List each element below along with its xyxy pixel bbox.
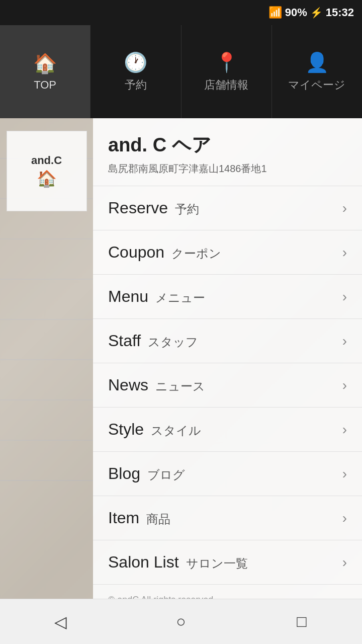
menu-ja-salon-list: サロン一覧 <box>186 555 248 572</box>
menu-ja-coupon: クーポン <box>171 246 221 262</box>
chevron-reserve: › <box>342 200 347 216</box>
menu-en-item: Item <box>108 509 139 527</box>
menu-item-style[interactable]: Style スタイル › <box>93 408 362 452</box>
main-content: and.C 🏠 and. C ヘア 島尻郡南風原町字津嘉山1486番地1 Res… <box>0 118 362 599</box>
menu-en-staff: Staff <box>108 332 141 350</box>
nav-label-top: TOP <box>34 78 56 92</box>
nav-item-top[interactable]: 🏠 TOP <box>0 25 90 118</box>
menu-en-coupon: Coupon <box>108 243 164 262</box>
status-bar: 📶 90% ⚡ 15:32 <box>0 0 362 25</box>
clock-icon: 🕐 <box>124 51 147 73</box>
location-icon: 📍 <box>215 51 238 73</box>
chevron-item: › <box>342 510 347 526</box>
menu-en-news: News <box>108 376 148 394</box>
menu-ja-style: スタイル <box>151 423 201 439</box>
status-icons: 📶 90% ⚡ 15:32 <box>268 6 354 19</box>
salon-logo-text: and.C 🏠 <box>31 154 62 188</box>
menu-en-style: Style <box>108 420 144 439</box>
nav-label-store: 店舗情報 <box>204 77 248 93</box>
menu-en-reserve: Reserve <box>108 199 168 217</box>
chevron-salon-list: › <box>342 554 347 571</box>
top-navigation: 🏠 TOP 🕐 予約 📍 店舗情報 👤 マイページ <box>0 25 362 118</box>
menu-ja-reserve: 予約 <box>175 201 199 217</box>
nav-item-mypage[interactable]: 👤 マイページ <box>272 25 362 118</box>
salon-name: and. C ヘア <box>108 132 347 158</box>
salon-header: and. C ヘア 島尻郡南風原町字津嘉山1486番地1 <box>93 118 362 186</box>
time-display: 15:32 <box>326 6 354 19</box>
recent-icon: □ <box>297 612 306 631</box>
chevron-staff: › <box>342 333 347 349</box>
menu-item-blog[interactable]: Blog ブログ › <box>93 452 362 496</box>
nav-label-mypage: マイページ <box>288 77 345 93</box>
menu-ja-menu: メニュー <box>155 290 205 306</box>
home-button[interactable]: ○ <box>166 609 196 634</box>
menu-en-blog: Blog <box>108 464 140 483</box>
menu-panel: and. C ヘア 島尻郡南風原町字津嘉山1486番地1 Reserve 予約 … <box>93 118 362 599</box>
left-sidebar: and.C 🏠 <box>0 118 93 599</box>
menu-item-item[interactable]: Item 商品 › <box>93 496 362 540</box>
footer-copyright: © andC All rights reserved. <box>93 585 362 599</box>
menu-item-reserve[interactable]: Reserve 予約 › <box>93 186 362 230</box>
menu-ja-staff: スタッフ <box>148 334 198 350</box>
menu-ja-blog: ブログ <box>147 467 185 483</box>
menu-item-coupon[interactable]: Coupon クーポン › <box>93 230 362 275</box>
menu-item-news[interactable]: News ニュース › <box>93 363 362 408</box>
person-icon: 👤 <box>305 51 329 73</box>
signal-icon: 📶 <box>268 6 282 19</box>
home-icon: 🏠 <box>33 52 57 74</box>
menu-ja-item: 商品 <box>146 511 170 527</box>
menu-item-menu[interactable]: Menu メニュー › <box>93 275 362 319</box>
salon-logo-box: and.C 🏠 <box>7 131 87 211</box>
chevron-menu: › <box>342 289 347 305</box>
menu-en-salon-list: Salon List <box>108 553 179 572</box>
chevron-style: › <box>342 422 347 438</box>
back-button[interactable]: ◁ <box>45 609 75 634</box>
back-icon: ◁ <box>54 612 67 631</box>
nav-item-reserve[interactable]: 🕐 予約 <box>90 25 181 118</box>
home-button-icon: ○ <box>176 612 186 631</box>
salon-address: 島尻郡南風原町字津嘉山1486番地1 <box>108 162 347 176</box>
nav-label-reserve: 予約 <box>125 77 147 93</box>
charging-icon: ⚡ <box>310 7 323 19</box>
menu-list: Reserve 予約 › Coupon クーポン › Menu メニュー › <box>93 186 362 585</box>
bottom-navigation: ◁ ○ □ <box>0 599 362 644</box>
chevron-news: › <box>342 377 347 393</box>
menu-ja-news: ニュース <box>155 378 205 394</box>
chevron-coupon: › <box>342 245 347 261</box>
nav-item-store[interactable]: 📍 店舗情報 <box>182 25 272 118</box>
recent-button[interactable]: □ <box>287 609 317 634</box>
menu-item-salon-list[interactable]: Salon List サロン一覧 › <box>93 540 362 585</box>
menu-en-menu: Menu <box>108 287 148 306</box>
chevron-blog: › <box>342 466 347 482</box>
menu-item-staff[interactable]: Staff スタッフ › <box>93 319 362 363</box>
battery-text: 90% <box>285 6 307 19</box>
